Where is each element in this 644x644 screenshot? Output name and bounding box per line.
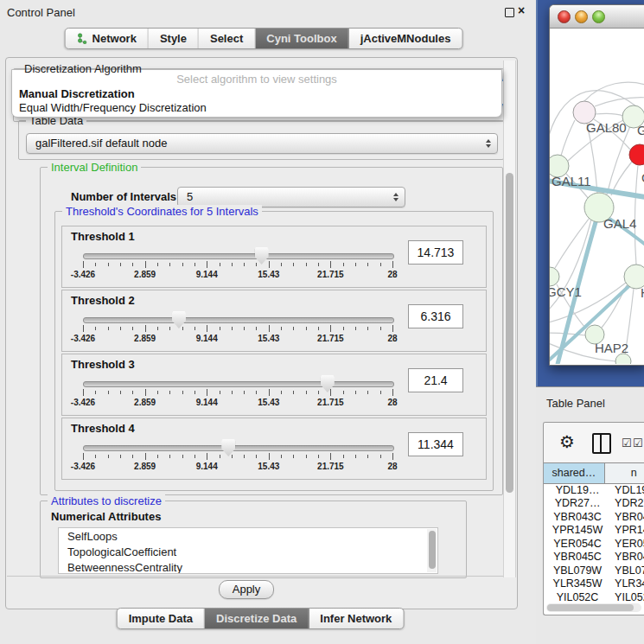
tab-cyni-toolbox[interactable]: Cyni Toolbox — [255, 29, 348, 48]
threshold-panel-4: Threshold 4-3.4262.8599.14415.4321.71528… — [61, 418, 487, 480]
tab-discretize-data[interactable]: Discretize Data — [205, 609, 309, 628]
tick-mark — [306, 391, 307, 394]
tick-mark — [232, 391, 233, 394]
cell-shared-name[interactable]: YBL079W — [544, 564, 611, 577]
threshold-value-field[interactable]: 11.344 — [408, 432, 463, 456]
tab-network[interactable]: Network — [66, 29, 149, 48]
tick-label: 2.859 — [134, 462, 156, 471]
slider-track[interactable] — [83, 445, 394, 451]
cell-shared-name[interactable]: YLR345W — [544, 577, 611, 590]
table-row[interactable]: YDL19…YDL19… — [544, 483, 644, 497]
cell-name[interactable]: YPR145W — [611, 524, 644, 536]
cell-shared-name[interactable]: YIL052C — [544, 591, 611, 603]
scrollbar-thumb[interactable] — [506, 173, 513, 493]
table-row[interactable]: YER054CYER054C — [544, 537, 644, 551]
main-panel-scrollbar[interactable] — [503, 61, 516, 577]
tick-mark — [355, 455, 356, 458]
threshold-value-field[interactable]: 14.713 — [408, 240, 463, 265]
column-header-name[interactable]: n — [605, 463, 644, 483]
cell-shared-name[interactable]: YDR27… — [544, 497, 611, 509]
cell-name[interactable]: YLR345W — [611, 577, 644, 590]
split-columns-icon[interactable] — [592, 433, 611, 454]
tick-mark — [182, 455, 183, 458]
list-item[interactable]: TopologicalCoefficient — [59, 544, 437, 559]
network-node-gcy1[interactable] — [550, 267, 559, 286]
tick-mark — [256, 263, 257, 266]
table-row[interactable]: YBL079WYBL079W — [544, 564, 644, 577]
checkbox-icon[interactable]: ☑ — [622, 437, 632, 450]
table-data-combobox[interactable]: galFiltered.sif default node — [26, 133, 498, 154]
threshold-value-field[interactable]: 6.316 — [408, 304, 463, 328]
table-horizontal-scrollbar[interactable] — [546, 603, 641, 612]
scrollbar-thumb[interactable] — [547, 604, 634, 611]
network-edge[interactable] — [561, 120, 575, 156]
cell-name[interactable]: YDL19… — [611, 484, 644, 496]
tick-mark — [83, 389, 84, 396]
table-row[interactable]: YDR27…YDR27… — [544, 497, 644, 511]
numerical-attributes-label: Numerical Attributes — [51, 510, 161, 523]
tick-mark — [169, 263, 170, 266]
slider-track[interactable] — [83, 317, 394, 323]
tab-impute-data[interactable]: Impute Data — [118, 609, 205, 628]
cell-name[interactable]: YER054C — [611, 538, 644, 550]
tick-mark — [232, 327, 233, 330]
scrollbar-thumb[interactable] — [429, 531, 436, 569]
table-row[interactable]: YBR043CYBR043C — [544, 510, 644, 524]
cell-name[interactable]: YBL079W — [611, 564, 644, 577]
network-edge[interactable] — [607, 126, 630, 194]
slider-track[interactable] — [83, 253, 394, 259]
cell-shared-name[interactable]: YDL19… — [544, 484, 611, 496]
tab-style[interactable]: Style — [149, 29, 199, 48]
table-row[interactable]: YPR145WYPR145W — [544, 524, 644, 538]
cell-shared-name[interactable]: YBR045C — [544, 551, 611, 563]
network-window-titlebar[interactable] — [550, 5, 644, 29]
close-traffic-light[interactable] — [558, 10, 571, 23]
tick-label: -3.426 — [71, 270, 95, 279]
table-row[interactable]: YBR045CYBR045C — [544, 551, 644, 564]
cell-name[interactable]: YBR045C — [611, 551, 644, 563]
cell-shared-name[interactable]: YBR043C — [544, 511, 611, 523]
float-window-icon[interactable] — [505, 8, 514, 17]
slider-ticks — [83, 261, 392, 269]
gear-icon[interactable]: ⚙ — [559, 431, 575, 452]
network-canvas[interactable]: GAL80G.CGAL11GAL4GCY1HHAP2 — [550, 29, 644, 364]
table-row[interactable]: YIL052CYIL052C — [544, 590, 644, 604]
list-item[interactable]: SelfLoops — [59, 528, 437, 544]
dropdown-option-manual-discretization[interactable]: Manual Discretization — [19, 87, 135, 100]
tick-mark — [120, 455, 121, 458]
threshold-value-field[interactable]: 21.4 — [408, 368, 463, 392]
tick-label: 15.43 — [258, 270, 279, 279]
network-edge[interactable] — [595, 113, 623, 116]
slider-track[interactable] — [83, 381, 394, 387]
minimize-traffic-light[interactable] — [575, 10, 588, 23]
tick-mark — [306, 327, 307, 330]
tab-infer-network[interactable]: Infer Network — [309, 609, 403, 628]
cell-shared-name[interactable]: YER054C — [544, 538, 611, 550]
tick-mark — [269, 389, 270, 396]
numerical-attributes-list[interactable]: SelfLoopsTopologicalCoefficientBetweenne… — [58, 527, 438, 574]
tab-select[interactable]: Select — [199, 29, 255, 48]
node-label: GAL80 — [586, 120, 627, 135]
network-window: GAL80G.CGAL11GAL4GCY1HHAP2 — [549, 4, 644, 366]
cell-name[interactable]: YDR27… — [611, 497, 644, 509]
column-header-shared-name[interactable]: shared… — [544, 463, 605, 483]
tab-jactivemnodules-label: jActiveMNodules — [360, 32, 451, 45]
cell-shared-name[interactable]: YPR145W — [544, 524, 611, 536]
tick-mark — [182, 263, 183, 266]
network-edge[interactable] — [595, 98, 644, 106]
close-icon[interactable]: × — [518, 3, 525, 17]
cell-name[interactable]: YBR043C — [611, 511, 644, 523]
checkbox-icon[interactable]: ☑ — [633, 437, 643, 450]
dropdown-option-equal-width-frequency[interactable]: Equal Width/Frequency Discretization — [19, 101, 207, 114]
network-edge[interactable] — [634, 165, 638, 265]
zoom-traffic-light[interactable] — [592, 10, 605, 23]
table-row[interactable]: YLR345WYLR345W — [544, 577, 644, 591]
tick-mark — [392, 389, 393, 396]
cell-name[interactable]: YIL052C — [611, 591, 644, 603]
list-item[interactable]: BetweennessCentrality — [59, 559, 437, 574]
attributes-list-scrollbar[interactable] — [427, 529, 437, 572]
apply-button[interactable]: Apply — [219, 580, 274, 599]
tab-jactivemnodules[interactable]: jActiveMNodules — [349, 29, 462, 48]
spinner-arrows-icon — [486, 139, 491, 148]
network-edge[interactable] — [584, 82, 644, 101]
